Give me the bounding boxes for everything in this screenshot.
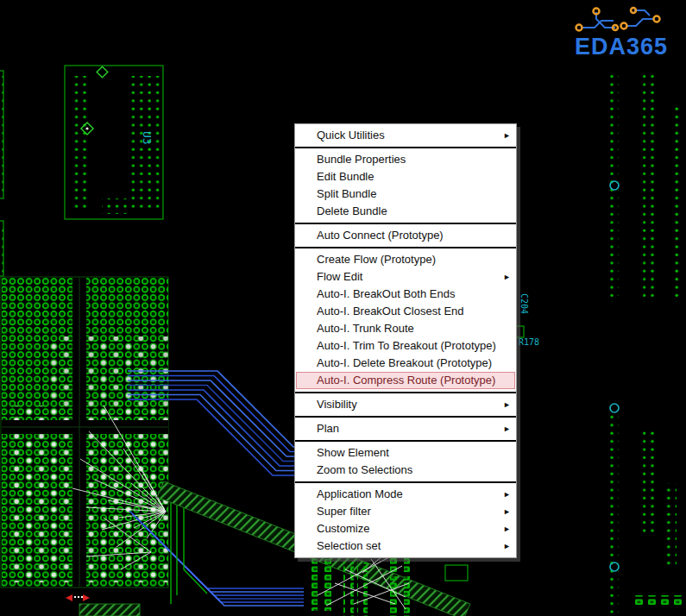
- submenu-arrow-icon: ►: [503, 420, 511, 437]
- menu-item-label: Auto-I. BreakOut Both Ends: [317, 286, 455, 303]
- dimension-marker: [66, 594, 90, 601]
- menu-separator: [295, 147, 516, 148]
- menu-item-show-element[interactable]: Show Element: [295, 444, 516, 462]
- menu-separator: [295, 392, 516, 393]
- menu-item-application-mode[interactable]: Application Mode►: [295, 486, 516, 503]
- menu-item-customize[interactable]: Customize►: [295, 520, 516, 537]
- menu-item-auto-i-trim-to-breakout-prototype[interactable]: Auto-I. Trim To Breakout (Prototype): [295, 337, 516, 355]
- menu-separator: [295, 481, 516, 483]
- menu-separator: [295, 440, 516, 442]
- menu-item-label: Auto-I. Compress Route (Prototype): [317, 372, 495, 389]
- context-menu: Quick Utilities►Bundle PropertiesEdit Bu…: [294, 123, 517, 558]
- menu-item-label: Super filter: [317, 503, 371, 520]
- menu-item-label: Zoom to Selections: [317, 462, 412, 479]
- menu-item-quick-utilities[interactable]: Quick Utilities►: [295, 127, 516, 144]
- menu-separator: [295, 416, 516, 418]
- submenu-arrow-icon: ►: [503, 486, 511, 503]
- menu-item-edit-bundle[interactable]: Edit Bundle: [295, 168, 516, 185]
- left-edge-components: [0, 71, 3, 276]
- bga-component[interactable]: [1, 277, 168, 588]
- menu-item-delete-bundle[interactable]: Delete Bundle: [295, 203, 516, 220]
- menu-item-label: Auto-I. Delete Breakout (Prototype): [317, 355, 492, 372]
- eda365-logo: EDA365: [565, 5, 677, 60]
- menu-item-visibility[interactable]: Visibility►: [295, 396, 516, 413]
- submenu-arrow-icon: ►: [503, 520, 511, 537]
- menu-item-label: Edit Bundle: [317, 168, 374, 185]
- menu-item-auto-i-breakout-both-ends[interactable]: Auto-I. BreakOut Both Ends: [295, 286, 516, 303]
- menu-item-label: Auto-I. Trim To Breakout (Prototype): [317, 337, 496, 355]
- menu-item-auto-i-trunk-route[interactable]: Auto-I. Trunk Route: [295, 320, 516, 337]
- pcb-editor-screen: U3: [0, 0, 686, 616]
- menu-item-label: Flow Edit: [317, 268, 362, 286]
- submenu-arrow-icon: ►: [503, 268, 511, 286]
- menu-item-label: Show Element: [317, 444, 389, 462]
- menu-item-label: Auto-I. Trunk Route: [317, 320, 414, 337]
- menu-item-label: Selection set: [317, 537, 381, 555]
- menu-item-auto-i-breakout-closest-end[interactable]: Auto-I. BreakOut Closest End: [295, 303, 516, 320]
- refdes-c204: C204: [519, 293, 529, 314]
- component-u3[interactable]: U3: [65, 66, 163, 219]
- submenu-arrow-icon: ►: [503, 503, 511, 520]
- submenu-arrow-icon: ►: [503, 396, 511, 413]
- menu-item-bundle-properties[interactable]: Bundle Properties: [295, 151, 516, 168]
- via-dot-fields: [607, 73, 686, 616]
- menu-item-label: Auto Connect (Prototype): [317, 227, 444, 244]
- submenu-arrow-icon: ►: [503, 537, 511, 555]
- menu-item-auto-i-compress-route-prototype[interactable]: Auto-I. Compress Route (Prototype): [296, 372, 515, 389]
- menu-item-flow-edit[interactable]: Flow Edit►: [295, 268, 516, 286]
- menu-item-label: Application Mode: [317, 486, 403, 503]
- menu-item-split-bundle[interactable]: Split Bundle: [295, 185, 516, 203]
- menu-item-label: Customize: [317, 520, 369, 537]
- menu-item-auto-connect-prototype[interactable]: Auto Connect (Prototype): [295, 227, 516, 244]
- refdes-u3: U3: [141, 131, 154, 145]
- menu-item-create-flow-prototype[interactable]: Create Flow (Prototype): [295, 251, 516, 268]
- menu-item-selection-set[interactable]: Selection set►: [295, 537, 516, 555]
- menu-item-super-filter[interactable]: Super filter►: [295, 503, 516, 520]
- menu-item-auto-i-delete-breakout-prototype[interactable]: Auto-I. Delete Breakout (Prototype): [295, 355, 516, 372]
- menu-item-label: Visibility: [317, 396, 357, 413]
- menu-item-plan[interactable]: Plan►: [295, 420, 516, 437]
- menu-item-label: Bundle Properties: [317, 151, 406, 168]
- menu-item-label: Delete Bundle: [317, 203, 387, 220]
- menu-separator: [295, 247, 516, 248]
- menu-item-label: Create Flow (Prototype): [317, 251, 436, 268]
- menu-item-label: Quick Utilities: [317, 127, 385, 144]
- logo-text: EDA365: [565, 34, 677, 60]
- menu-item-label: Split Bundle: [317, 185, 376, 203]
- menu-separator: [295, 223, 516, 224]
- menu-item-label: Plan: [317, 420, 339, 437]
- menu-item-zoom-to-selections[interactable]: Zoom to Selections: [295, 462, 516, 479]
- refdes-r178: R178: [519, 337, 539, 347]
- submenu-arrow-icon: ►: [503, 127, 511, 144]
- menu-item-label: Auto-I. BreakOut Closest End: [317, 303, 464, 320]
